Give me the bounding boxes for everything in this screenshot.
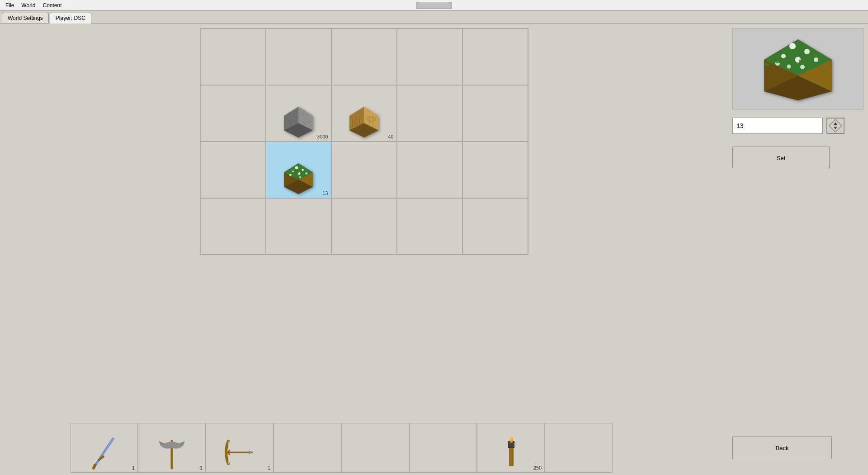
- set-button[interactable]: Set: [732, 147, 830, 169]
- window-controls: [416, 2, 452, 9]
- toolbar-slot-8[interactable]: [545, 423, 613, 473]
- grass-count: 13: [322, 190, 328, 196]
- svg-point-49: [800, 65, 805, 69]
- svg-rect-35: [306, 175, 308, 176]
- toolbar-slot-bow[interactable]: 1: [206, 423, 274, 473]
- inv-cell-1-3[interactable]: [397, 85, 462, 142]
- sword-count: 1: [132, 465, 135, 470]
- svg-point-30: [305, 172, 307, 175]
- wood-count: 40: [388, 134, 393, 139]
- svg-point-26: [295, 166, 298, 169]
- inv-cell-3-2[interactable]: [331, 198, 397, 255]
- svg-rect-34: [301, 173, 303, 175]
- tab-player-dsc[interactable]: Player: DSC: [50, 13, 91, 24]
- inv-cell-2-0[interactable]: [200, 142, 266, 198]
- svg-point-43: [789, 43, 796, 49]
- svg-rect-37: [292, 171, 294, 173]
- svg-point-75: [510, 437, 512, 441]
- inv-cell-2-2[interactable]: [331, 142, 397, 198]
- main-area: 3000: [0, 24, 868, 475]
- inv-cell-0-2[interactable]: [331, 28, 397, 85]
- wood-block-icon: [346, 103, 382, 139]
- tab-world-settings[interactable]: World Settings: [2, 13, 49, 23]
- pickaxe-count: 1: [200, 465, 203, 470]
- inv-cell-3-3[interactable]: [397, 198, 462, 255]
- svg-rect-38: [297, 172, 298, 173]
- svg-point-32: [299, 176, 301, 178]
- toolbar-slot-4[interactable]: [274, 423, 341, 473]
- inv-cell-2-3[interactable]: [397, 142, 462, 198]
- quantity-input[interactable]: [732, 118, 823, 134]
- svg-point-47: [814, 57, 818, 62]
- svg-rect-53: [822, 71, 826, 73]
- inv-cell-0-0[interactable]: [200, 28, 266, 85]
- inv-cell-3-0[interactable]: [200, 198, 266, 255]
- inv-cell-0-1[interactable]: [266, 28, 331, 85]
- item-preview: [732, 28, 863, 109]
- inv-cell-3-1[interactable]: [266, 198, 331, 255]
- stone-block-icon: [280, 103, 316, 139]
- svg-rect-55: [776, 61, 781, 63]
- right-panel: Set: [728, 24, 868, 475]
- svg-marker-67: [249, 451, 253, 454]
- inv-cell-2-1[interactable]: 13: [266, 142, 331, 198]
- svg-rect-56: [788, 61, 791, 63]
- menubar: File World Content: [0, 0, 868, 11]
- torch-count: 250: [533, 465, 542, 470]
- inv-cell-0-4[interactable]: [462, 28, 528, 85]
- sword-icon: [86, 434, 122, 470]
- toolbar-slot-sword[interactable]: 1: [70, 423, 138, 473]
- bow-count: 1: [268, 465, 270, 470]
- svg-point-31: [289, 174, 292, 176]
- toolbar-slot-5[interactable]: [341, 423, 409, 473]
- svg-point-27: [302, 169, 304, 171]
- toolbar-slot-torch[interactable]: 250: [477, 423, 545, 473]
- menu-file[interactable]: File: [2, 1, 18, 10]
- svg-rect-52: [811, 65, 815, 68]
- stone-count: 3000: [317, 134, 328, 139]
- svg-rect-54: [765, 63, 769, 66]
- tabbar: World Settings Player: DSC: [0, 11, 868, 24]
- inv-cell-1-0[interactable]: [200, 85, 266, 142]
- spinner-button[interactable]: [826, 118, 844, 134]
- menu-content[interactable]: Content: [39, 1, 65, 10]
- inv-cell-1-4[interactable]: [462, 85, 528, 142]
- inventory-grid: 3000: [200, 28, 528, 255]
- inv-cell-3-4[interactable]: [462, 198, 528, 255]
- svg-line-63: [94, 465, 95, 468]
- inv-cell-1-1[interactable]: 3000: [266, 85, 331, 142]
- svg-rect-51: [799, 60, 804, 62]
- torch-icon: [493, 434, 529, 470]
- back-button[interactable]: Back: [732, 437, 832, 459]
- menu-world[interactable]: World: [18, 1, 39, 10]
- inventory-panel: 3000: [0, 24, 728, 475]
- pickaxe-icon: [154, 434, 190, 470]
- grass-block-icon: [280, 160, 316, 196]
- quantity-row: [732, 114, 863, 138]
- inv-cell-1-2[interactable]: 40: [331, 85, 397, 142]
- svg-rect-36: [287, 173, 289, 175]
- inv-cell-2-4[interactable]: [462, 142, 528, 198]
- svg-point-44: [804, 49, 810, 54]
- svg-marker-57: [829, 119, 842, 132]
- bow-icon: [222, 434, 258, 470]
- svg-point-46: [781, 54, 786, 58]
- inv-cell-0-3[interactable]: [397, 28, 462, 85]
- svg-rect-71: [509, 446, 512, 466]
- toolbar-slot-pickaxe[interactable]: 1: [138, 423, 206, 473]
- toolbar-slot-6[interactable]: [409, 423, 477, 473]
- svg-point-50: [787, 65, 791, 69]
